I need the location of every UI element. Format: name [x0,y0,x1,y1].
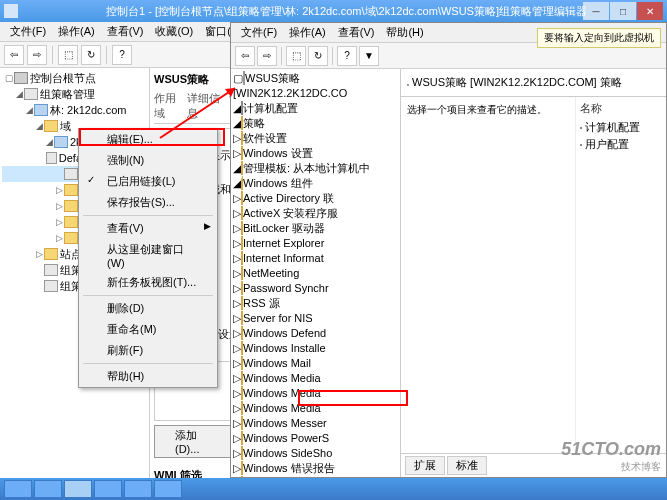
close-button[interactable]: ✕ [637,2,663,20]
back-button[interactable]: ⇦ [4,45,24,65]
gpe-tree-item[interactable]: ▷BitLocker 驱动器 [233,221,398,236]
details-header: WSUS策略 [154,72,240,87]
taskbar-item[interactable] [64,480,92,498]
ctx-help[interactable]: 帮助(H) [79,366,217,387]
gpe-tab-ext[interactable]: 扩展 [405,456,445,475]
maximize-button[interactable]: □ [610,2,636,20]
help-button[interactable]: ? [112,45,132,65]
gpe-fwd-button[interactable]: ⇨ [257,46,277,66]
window-buttons: ─ □ ✕ [583,2,663,20]
tree-forest[interactable]: ◢林: 2k12dc.com [2,102,147,118]
ctx-rename[interactable]: 重命名(M) [79,319,217,340]
gpe-tree-policy[interactable]: ◢策略 [233,116,398,131]
ctx-save[interactable]: 保存报告(S)... [79,192,217,213]
ctx-enabled[interactable]: ✓已启用链接(L) [79,171,217,192]
menu-favorites[interactable]: 收藏(O) [149,24,199,39]
gpe-tree-wincomp[interactable]: ◢Windows 组件 [233,176,398,191]
menu-view[interactable]: 查看(V) [101,24,150,39]
tab-details[interactable]: 详细信息 [187,91,221,121]
tree-gpm[interactable]: ◢组策略管理 [2,86,147,102]
taskbar-item[interactable] [94,480,122,498]
taskbar-item[interactable] [4,480,32,498]
gpe-tree-item[interactable]: ▷Windows PowerS [233,431,398,446]
gpe-menu-file[interactable]: 文件(F) [235,25,283,40]
up-button[interactable]: ⬚ [58,45,78,65]
context-menu: 编辑(E)... 强制(N) ✓已启用链接(L) 保存报告(S)... 查看(V… [78,128,218,388]
taskbar-item[interactable] [34,480,62,498]
gpe-help-button[interactable]: ? [337,46,357,66]
wmi-header: WMI 筛选 [154,468,240,478]
gpe-tree-item[interactable]: ▷Internet Informat [233,251,398,266]
gpe-tree-soft[interactable]: ▷软件设置 [233,131,398,146]
forward-button[interactable]: ⇨ [27,45,47,65]
gpe-tree-item[interactable]: ▷Windows Defend [233,326,398,341]
gpe-item-comp[interactable]: 计算机配置 [580,120,662,135]
gpe-tree-admin[interactable]: ◢管理模板: 从本地计算机中 [233,161,398,176]
menu-file[interactable]: 文件(F) [4,24,52,39]
gpe-tree-item[interactable]: ▷Windows Media [233,371,398,386]
ctx-newtask[interactable]: 新任务板视图(T)... [79,272,217,293]
gpe-col-name: 名称 [580,101,662,116]
gpe-tree-item[interactable]: ▷Windows Media [233,401,398,416]
watermark: 51CTO.com 技术博客 [561,439,661,474]
gpe-right-pane: WSUS策略 [WIN2K12.2K12DC.COM] 策略 选择一个项目来查看… [401,69,666,477]
ctx-force[interactable]: 强制(N) [79,150,217,171]
gpe-tree-root[interactable]: ▢WSUS策略 [WIN2K12.2K12DC.CO [233,71,398,101]
overlay-title: 组策略管理编辑器 [499,4,587,19]
gpe-right-title: WSUS策略 [WIN2K12.2K12DC.COM] 策略 [401,69,666,97]
tree-root[interactable]: ▢控制台根节点 [2,70,147,86]
ctx-edit[interactable]: 编辑(E)... [79,129,217,150]
taskbar-item[interactable] [154,480,182,498]
gpe-back-button[interactable]: ⇦ [235,46,255,66]
gpe-tree: ▢WSUS策略 [WIN2K12.2K12DC.CO ◢计算机配置 ◢策略 ▷软… [231,69,401,477]
gpe-tree-item[interactable]: ▷Windows SideSho [233,446,398,461]
gpe-description: 选择一个项目来查看它的描述。 [401,97,576,453]
gpe-tree-item[interactable]: ▷Active Directory 联 [233,191,398,206]
ctx-view[interactable]: 查看(V)▶ [79,218,217,239]
gpe-tree-item[interactable]: ▷Windows Media [233,386,398,401]
ctx-delete[interactable]: 删除(D) [79,298,217,319]
gpe-tree-item[interactable]: ▷Windows Installe [233,341,398,356]
gpe-tree-item[interactable]: ▷Password Synchr [233,281,398,296]
ctx-newwin[interactable]: 从这里创建窗口(W) [79,239,217,272]
gpe-tree-item[interactable]: ▷Windows Messer [233,416,398,431]
gpe-tree-item[interactable]: ▷Windows 错误报告 [233,461,398,476]
tooltip: 要将输入定向到此虚拟机 [537,28,661,48]
taskbar-item[interactable] [124,480,152,498]
gpe-item-user[interactable]: 用户配置 [580,137,662,152]
gpe-tree-item[interactable]: ▷NetMeeting [233,266,398,281]
app-icon [4,4,18,18]
gp-editor-window: 文件(F) 操作(A) 查看(V) 帮助(H) ⇦ ⇨ ⬚ ↻ ? ▼ ▢WSU… [230,22,667,478]
gpe-tree-item[interactable]: ▷Server for NIS [233,311,398,326]
tab-scope[interactable]: 作用域 [154,91,179,121]
gpe-list-button[interactable]: ⬚ [286,46,306,66]
gpe-menu-view[interactable]: 查看(V) [332,25,381,40]
gpe-refresh-button[interactable]: ↻ [308,46,328,66]
gpe-tab-std[interactable]: 标准 [447,456,487,475]
gpe-tree-win[interactable]: ▷Windows 设置 [233,146,398,161]
refresh-button[interactable]: ↻ [81,45,101,65]
ctx-refresh[interactable]: 刷新(F) [79,340,217,361]
gpe-tree-item[interactable]: ▷Internet Explorer [233,236,398,251]
add-button[interactable]: 添加(D)... [154,425,240,458]
gpe-menu-help[interactable]: 帮助(H) [380,25,429,40]
gpe-tree-item[interactable]: ▷RSS 源 [233,296,398,311]
gpe-menu-action[interactable]: 操作(A) [283,25,332,40]
gpe-tree-item[interactable]: ▷Windows 更新 [233,476,398,477]
gpe-filter-button[interactable]: ▼ [359,46,379,66]
gpe-tree-item[interactable]: ▷ActiveX 安装程序服 [233,206,398,221]
taskbar [0,478,667,500]
gpe-tree-comp[interactable]: ◢计算机配置 [233,101,398,116]
gpe-tree-item[interactable]: ▷Windows Mail [233,356,398,371]
menu-action[interactable]: 操作(A) [52,24,101,39]
